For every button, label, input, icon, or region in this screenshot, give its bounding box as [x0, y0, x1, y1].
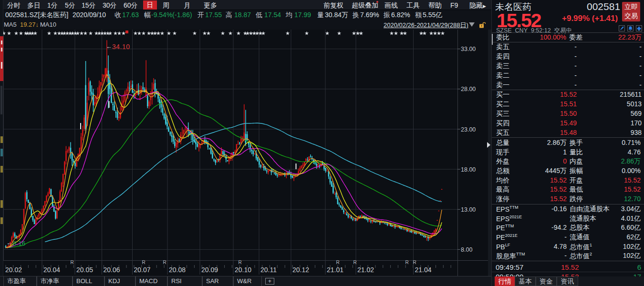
svg-text:R: R [336, 260, 339, 265]
svg-text:20.07: 20.07 [134, 266, 151, 274]
svg-text:←: ← [6, 239, 12, 246]
svg-text:20.04: 20.04 [43, 266, 60, 274]
svg-text:20.10: 20.10 [235, 266, 251, 274]
svg-text:20.11: 20.11 [260, 266, 277, 274]
svg-text:21.04: 21.04 [415, 266, 432, 274]
svg-text:13.00: 13.00 [461, 206, 476, 213]
svg-text:R: R [142, 260, 145, 265]
svg-text:R: R [163, 260, 166, 265]
svg-text:R: R [413, 260, 416, 265]
svg-text:23.00: 23.00 [461, 126, 476, 133]
svg-text:←: ← [106, 43, 112, 50]
svg-text:28.00: 28.00 [461, 86, 476, 92]
svg-text:20.02: 20.02 [5, 266, 22, 274]
svg-text:8.16: 8.16 [13, 240, 25, 247]
svg-text:21.02: 21.02 [357, 266, 374, 274]
svg-text:8.00: 8.00 [461, 246, 472, 253]
svg-text:20.05: 20.05 [76, 266, 93, 274]
svg-text:20.06: 20.06 [104, 266, 120, 274]
svg-text:21.01: 21.01 [327, 266, 343, 274]
svg-text:20.08: 20.08 [169, 266, 186, 274]
svg-text:R: R [353, 260, 356, 265]
svg-text:20.09: 20.09 [201, 266, 218, 274]
svg-text:33.00: 33.00 [461, 46, 476, 52]
svg-text:18.00: 18.00 [461, 166, 476, 173]
svg-text:R: R [405, 260, 408, 265]
svg-text:R: R [238, 260, 241, 265]
svg-text:R: R [70, 260, 73, 265]
svg-text:20.12: 20.12 [292, 266, 309, 274]
svg-text:34.10: 34.10 [112, 43, 130, 51]
